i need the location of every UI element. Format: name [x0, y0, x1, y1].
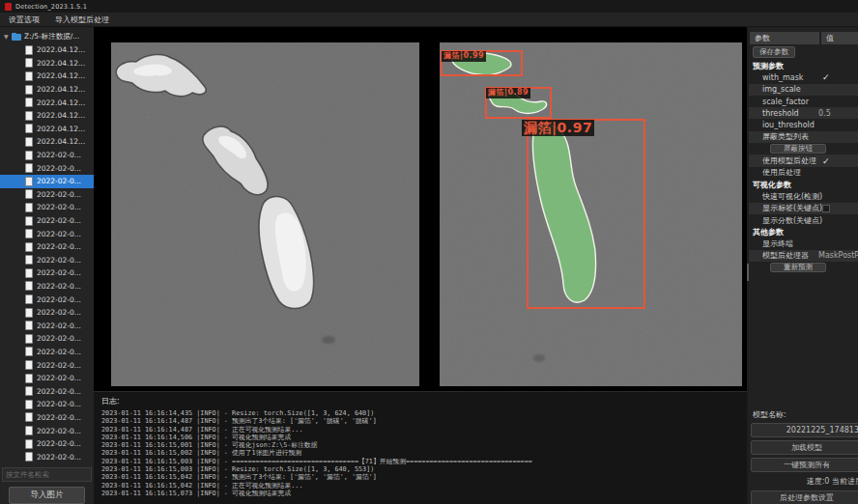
- tree-item[interactable]: 2022-02-0...: [0, 188, 94, 202]
- file-icon: [25, 255, 33, 265]
- tree-item[interactable]: 2022-02-0...: [0, 450, 94, 463]
- tree-item[interactable]: 2022-02-0...: [0, 358, 94, 372]
- tree-item[interactable]: 2022.04.12...: [0, 70, 94, 83]
- menu-item-1[interactable]: 导入模型后处理: [55, 14, 109, 25]
- detection-label: 漏箔|0.89: [486, 88, 530, 98]
- param-checkbox[interactable]: [822, 205, 830, 212]
- tree-item[interactable]: 2022.04.12...: [0, 123, 94, 136]
- import-images-button[interactable]: 导入图片: [9, 487, 85, 504]
- file-icon: [25, 294, 33, 304]
- tree-item[interactable]: 2022-02-0...: [0, 332, 94, 346]
- tree-item[interactable]: 2022-02-0...: [0, 398, 94, 411]
- tree-item[interactable]: 2022.04.12...: [0, 96, 94, 109]
- param-row[interactable]: with_mask✓: [749, 71, 858, 83]
- tree-item[interactable]: 2022-02-0...: [0, 293, 94, 306]
- param-row[interactable]: scale_factor: [749, 96, 858, 107]
- tree-item-list: 2022.04.12...2022.04.12...2022.04.12...2…: [0, 43, 94, 463]
- source-image-panel[interactable]: [111, 42, 419, 386]
- tree-item[interactable]: 2022-02-0...: [0, 214, 94, 228]
- param-row[interactable]: 显示终端: [749, 238, 858, 249]
- file-icon: [25, 137, 33, 147]
- tree-item[interactable]: 2022-02-0...: [0, 437, 94, 451]
- file-icon: [25, 203, 33, 212]
- tree-item[interactable]: 2022-02-0...: [0, 240, 94, 254]
- log-console[interactable]: 日志: 2023-01-11 16:16:14,435 |INFO| - Res…: [94, 391, 747, 504]
- tree-item[interactable]: 2022.04.12...: [0, 83, 94, 97]
- tree-item-label: 2022-02-0...: [37, 334, 81, 343]
- tree-item[interactable]: 2022.04.12...: [0, 109, 94, 123]
- param-checkmark-icon[interactable]: ✓: [822, 72, 830, 82]
- param-label: with_mask: [749, 73, 803, 82]
- postprocess-settings-button[interactable]: 后处理参数设置: [751, 490, 858, 504]
- param-label: 使用模型后处理: [749, 155, 816, 166]
- param-row[interactable]: 模型后处理器MaskPostProc: [749, 250, 858, 262]
- param-row[interactable]: 显示标签(关键点): [749, 203, 858, 214]
- tree-root-row[interactable]: ▼ Z:/5-标注数据/...: [0, 29, 94, 43]
- window-title: Detection_2023.1.5.1: [15, 3, 87, 11]
- param-row[interactable]: 快速可视化(检测): [749, 190, 858, 202]
- tree-item-label: 2022-02-0...: [37, 282, 81, 291]
- param-table-header: 参数 值: [750, 32, 858, 44]
- tree-item-label: 2022-02-0...: [37, 387, 81, 396]
- tree-item[interactable]: 2022-02-0...: [0, 424, 94, 437]
- value-column-header: 值: [821, 32, 858, 44]
- file-icon: [25, 189, 33, 199]
- tree-item[interactable]: 2022-02-0...: [0, 384, 94, 398]
- tree-item-label: 2022-02-0...: [37, 242, 81, 251]
- file-icon: [25, 229, 33, 238]
- param-row[interactable]: img_scale: [749, 84, 858, 96]
- log-line: 2023-01-11 16:16:15,003 |INFO| - =======…: [101, 458, 747, 465]
- param-action-button[interactable]: 重新预测: [770, 263, 826, 273]
- tree-item-label: 2022-02-0...: [37, 308, 81, 317]
- file-icon: [25, 85, 33, 95]
- param-section-label: 其他参数: [749, 227, 784, 238]
- param-value: 0.5: [818, 109, 831, 118]
- file-icon: [25, 58, 33, 68]
- app-logo-icon: [5, 3, 12, 11]
- model-name-value[interactable]: 20221225_174813: [751, 423, 858, 437]
- tree-item-label: 2022-02-0...: [37, 177, 81, 185]
- param-row[interactable]: 显示分数(关键点): [749, 214, 858, 226]
- tree-item[interactable]: 2022-02-0...: [0, 319, 94, 332]
- tree-item[interactable]: 2022-02-0...: [0, 346, 94, 359]
- prediction-image-panel[interactable]: 漏箔|0.99漏箔|0.89漏箔|0.97: [440, 42, 742, 386]
- file-icon: [25, 400, 33, 409]
- tree-item[interactable]: 2022.04.12...: [0, 135, 94, 149]
- tree-item[interactable]: 2022-02-0...: [0, 161, 94, 175]
- search-input[interactable]: [2, 467, 92, 482]
- param-row[interactable]: 屏蔽类型列表: [749, 131, 858, 143]
- menu-item-0[interactable]: 设置选项: [9, 14, 40, 25]
- file-icon: [25, 268, 33, 278]
- file-icon: [25, 98, 33, 107]
- tree-item[interactable]: 2022.04.12...: [0, 43, 94, 57]
- load-model-button[interactable]: 加载模型: [751, 440, 858, 455]
- param-row[interactable]: iou_threshold: [749, 119, 858, 130]
- tree-item[interactable]: 2022-02-0...: [0, 372, 94, 385]
- tree-item-label: 2022-02-0...: [37, 400, 81, 408]
- param-action-button[interactable]: 屏蔽按钮: [770, 144, 826, 154]
- predict-all-button[interactable]: 一键预测所有: [751, 458, 858, 472]
- tree-item-label: 2022-02-0...: [37, 361, 81, 370]
- tree-item[interactable]: 2022-02-0...: [0, 254, 94, 267]
- tree-item[interactable]: 2022-02-0...: [0, 227, 94, 240]
- tree-item[interactable]: 2022-02-0...: [0, 280, 94, 294]
- tree-item[interactable]: 2022-02-0...: [0, 266, 94, 280]
- tree-item[interactable]: 2022-02-0...: [0, 411, 94, 425]
- tree-item-label: 2022-02-0...: [37, 413, 81, 422]
- tree-item[interactable]: 2022-02-0...: [0, 175, 94, 188]
- param-label: 显示标签(关键点): [749, 203, 822, 213]
- param-label: scale_factor: [749, 98, 809, 106]
- tree-item[interactable]: 2022-02-0...: [0, 306, 94, 320]
- save-params-button[interactable]: 保存参数: [753, 46, 795, 58]
- tree-item[interactable]: 2022.04.12...: [0, 57, 94, 70]
- detection-bbox: [527, 119, 645, 309]
- tree-item[interactable]: 2022-02-0...: [0, 201, 94, 214]
- tree-item[interactable]: 2022-02-0...: [0, 149, 94, 162]
- param-row[interactable]: threshold0.5: [749, 107, 858, 119]
- param-row[interactable]: 使用模型后处理✓: [749, 154, 858, 166]
- tree-expand-arrow-icon[interactable]: ▼: [4, 33, 12, 40]
- param-section-row: 预测参数: [749, 60, 858, 71]
- param-checkmark-icon[interactable]: ✓: [822, 156, 830, 166]
- param-row[interactable]: 使用后处理: [749, 167, 858, 179]
- log-line: 2023-01-11 16:16:15,042 |INFO| - 正在可视化预测…: [101, 482, 747, 490]
